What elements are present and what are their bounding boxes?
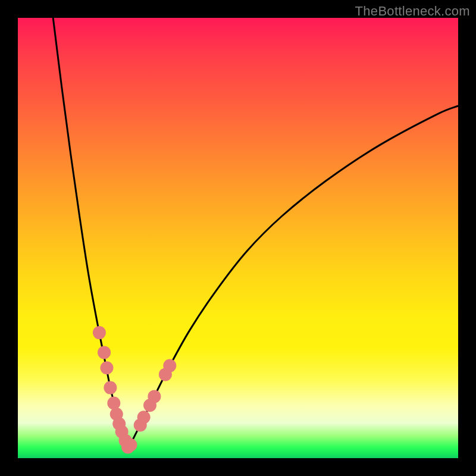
scatter-dot <box>93 326 106 339</box>
scatter-dot <box>163 359 176 372</box>
watermark-text: TheBottleneck.com <box>355 4 470 19</box>
curve-left-branch <box>53 18 128 449</box>
scatter-dot <box>124 439 137 452</box>
scatter-dot <box>107 397 120 410</box>
curve-layer <box>18 18 458 458</box>
scatter-dot <box>148 390 161 403</box>
curve-right-branch <box>128 106 458 449</box>
scatter-dot <box>137 411 151 424</box>
scatter-dot <box>100 361 113 374</box>
scatter-dot <box>98 346 111 359</box>
plot-area <box>18 18 458 458</box>
chart-frame: TheBottleneck.com <box>0 0 476 476</box>
scatter-dot <box>104 381 117 394</box>
